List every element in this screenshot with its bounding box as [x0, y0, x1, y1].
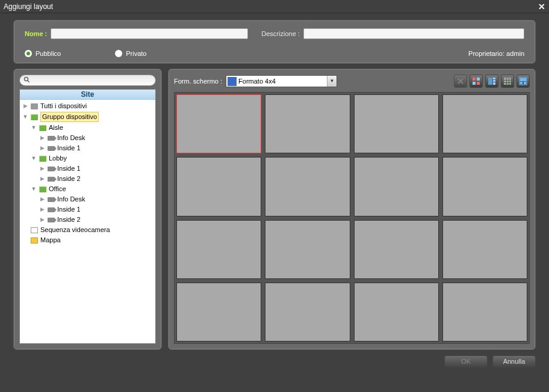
- svg-rect-13: [507, 78, 509, 80]
- tree-all-devices[interactable]: ▶ Tutti i dispositivi: [20, 101, 155, 111]
- svg-rect-7: [477, 82, 480, 85]
- delete-cell-button[interactable]: [454, 75, 467, 88]
- cancel-button[interactable]: Annulla: [492, 355, 536, 367]
- visibility-radios: Pubblico Privato: [25, 50, 146, 57]
- owner-label: Proprietario: admin: [468, 50, 524, 57]
- layout-preset-2-button[interactable]: [485, 75, 498, 88]
- layout-cell[interactable]: [354, 283, 439, 341]
- form-row-options: Pubblico Privato Proprietario: admin: [25, 50, 524, 57]
- device-tree-panel: Site ▶ Tutti i dispositivi ▼ Gruppo disp…: [13, 69, 162, 350]
- tree-label: Inside 2: [57, 215, 81, 224]
- layout-cell[interactable]: [176, 220, 261, 279]
- tree-label: Inside 1: [57, 205, 81, 214]
- close-icon[interactable]: ✕: [538, 2, 545, 11]
- tree-sequence[interactable]: Sequenza videocamera: [20, 225, 155, 235]
- layout-cell[interactable]: [442, 94, 527, 153]
- collapse-icon: ▶: [39, 195, 45, 204]
- sequence-icon: [30, 227, 39, 234]
- svg-rect-17: [509, 81, 511, 82]
- layout-cell[interactable]: [442, 283, 527, 341]
- tree-lobby[interactable]: ▼ Lobby: [20, 153, 155, 164]
- tree-label: Info Desk: [57, 133, 85, 142]
- tree-label: Tutti i dispositivi: [40, 102, 87, 111]
- group-icon: [30, 114, 39, 121]
- tree-label: Office: [49, 185, 66, 194]
- tree-label: Sequenza videocamera: [40, 225, 110, 234]
- radio-icon: [25, 50, 32, 57]
- layout-icon: [472, 77, 480, 85]
- layout-preset-1-button[interactable]: [470, 75, 483, 88]
- tree-label: Inside 1: [57, 164, 81, 173]
- layout-cell[interactable]: [265, 94, 350, 153]
- tree-aisle[interactable]: ▼ Aisle: [20, 123, 155, 133]
- tree-lobby-c2[interactable]: ▶ Inside 2: [20, 174, 155, 184]
- tree-aisle-c1[interactable]: ▶ Info Desk: [20, 133, 155, 143]
- layout-cell[interactable]: [354, 157, 439, 216]
- layout-cell[interactable]: [265, 220, 350, 279]
- collapse-icon: ▶: [39, 164, 45, 173]
- svg-rect-22: [520, 78, 526, 81]
- tree: ▶ Tutti i dispositivi ▼ Gruppo dispositi…: [20, 100, 155, 247]
- layout-cell[interactable]: [442, 220, 527, 279]
- tree-office-c3[interactable]: ▶ Inside 2: [20, 215, 155, 225]
- svg-rect-4: [473, 78, 476, 81]
- tree-device-group[interactable]: ▼ Gruppo dispositivo: [20, 111, 155, 123]
- collapse-icon: ▶: [22, 102, 28, 111]
- collapse-icon: ▶: [39, 205, 45, 214]
- tree-office-c1[interactable]: ▶ Info Desk: [20, 194, 155, 204]
- tree-label: Aisle: [49, 123, 63, 132]
- form-row-inputs: Nome : Descrizione :: [25, 28, 524, 39]
- layout-cell[interactable]: [354, 94, 439, 153]
- name-label: Nome :: [25, 30, 47, 37]
- camera-icon: [47, 165, 55, 173]
- radio-icon: [115, 50, 122, 57]
- tree-box: Site ▶ Tutti i dispositivi ▼ Gruppo disp…: [19, 89, 156, 344]
- window-title: Aggiungi layout: [4, 2, 53, 11]
- layout-cell[interactable]: [354, 220, 439, 279]
- tree-header: Site: [20, 90, 155, 100]
- main-content: Site ▶ Tutti i dispositivi ▼ Gruppo disp…: [13, 69, 536, 350]
- camera-icon: [47, 206, 55, 213]
- chevron-down-icon: ▼: [327, 76, 337, 87]
- ok-button[interactable]: OK: [444, 355, 488, 367]
- expand-icon: ▼: [31, 154, 37, 163]
- layout-cell[interactable]: [265, 283, 350, 341]
- radio-public[interactable]: Pubblico: [25, 50, 61, 57]
- radio-private[interactable]: Privato: [115, 50, 146, 57]
- layout-icon: [488, 77, 496, 85]
- form-panel: Nome : Descrizione : Pubblico Privato Pr…: [13, 20, 536, 64]
- layout-preset-4-button[interactable]: [516, 75, 530, 88]
- camera-icon: [47, 176, 55, 183]
- folder-icon: [39, 155, 47, 162]
- tree-map[interactable]: Mappa: [20, 235, 155, 245]
- layout-cell[interactable]: [442, 157, 527, 216]
- layout-cell[interactable]: [176, 157, 261, 216]
- expand-icon: ▼: [31, 123, 37, 132]
- search-input[interactable]: [19, 75, 156, 86]
- svg-rect-19: [507, 83, 509, 85]
- dialog-buttons: OK Annulla: [0, 350, 549, 367]
- layout-cell[interactable]: [176, 94, 261, 153]
- svg-rect-23: [520, 82, 523, 84]
- description-label: Descrizione :: [261, 30, 300, 37]
- tree-office[interactable]: ▼ Office: [20, 184, 155, 194]
- tree-aisle-c2[interactable]: ▶ Inside 1: [20, 143, 155, 153]
- layout-cell[interactable]: [265, 157, 350, 216]
- svg-rect-5: [477, 78, 480, 81]
- collapse-icon: ▶: [39, 215, 45, 224]
- screen-format-label: Form. schermo :: [174, 78, 222, 85]
- tree-office-c2[interactable]: ▶ Inside 1: [20, 204, 155, 215]
- description-input[interactable]: [303, 28, 524, 39]
- svg-rect-20: [509, 83, 511, 85]
- layout-cell[interactable]: [176, 283, 261, 341]
- folder-icon: [39, 124, 47, 132]
- svg-rect-16: [507, 81, 509, 82]
- search-icon: [23, 76, 31, 84]
- svg-rect-11: [493, 82, 495, 85]
- name-input[interactable]: [51, 28, 248, 39]
- tree-lobby-c1[interactable]: ▶ Inside 1: [20, 164, 155, 174]
- svg-rect-8: [488, 78, 492, 85]
- layout-preset-3-button[interactable]: [501, 75, 514, 88]
- tree-label: Lobby: [49, 154, 67, 163]
- screen-format-select[interactable]: Formato 4x4 ▼: [226, 75, 337, 87]
